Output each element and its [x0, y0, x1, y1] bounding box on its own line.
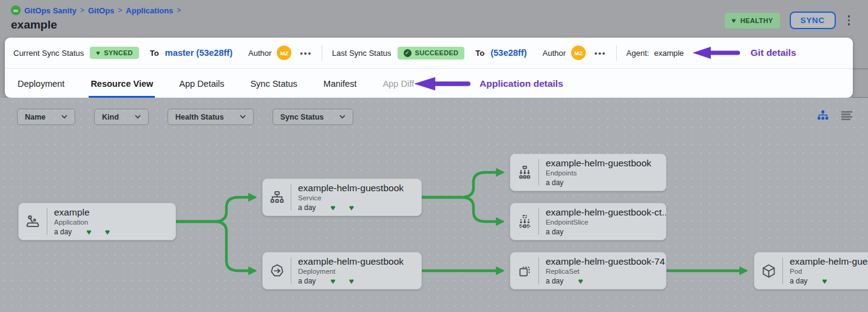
- kind-filter-dropdown[interactable]: Kind: [94, 109, 149, 125]
- node-age: a day: [298, 277, 316, 285]
- resource-node-pod[interactable]: example-helm-guest Pod a day ♥: [754, 252, 868, 290]
- resource-node-application[interactable]: example Application a day ♥♥: [18, 203, 176, 240]
- chevron-down-icon: [135, 115, 141, 119]
- application-icon: [19, 213, 47, 230]
- heart-icon: ♥: [330, 205, 335, 211]
- breadcrumb: ∞ GitOps Sanity > GitOps > Applications …: [11, 5, 181, 15]
- heart-icon: ♥: [96, 49, 100, 56]
- current-sync-target-link[interactable]: master (53e28ff): [165, 48, 232, 58]
- divider: [322, 45, 322, 61]
- health-hearts: ♥♥: [330, 205, 354, 211]
- node-name: example-helm-guestbook: [298, 183, 404, 194]
- node-kind: Pod: [790, 268, 868, 275]
- list-view-icon[interactable]: [841, 111, 852, 120]
- last-sync-status-label: Last Sync Status: [332, 49, 392, 58]
- endpointslice-icon: [510, 214, 538, 230]
- node-kind: Endpoints: [546, 169, 651, 177]
- health-status-badge: ♥ HEALTHY: [725, 13, 779, 29]
- tab-app-details[interactable]: App Details: [177, 69, 226, 98]
- node-kind: ReplicaSet: [546, 268, 660, 275]
- tab-deployment[interactable]: Deployment: [16, 69, 66, 98]
- tab-manifest[interactable]: Manifest: [322, 69, 359, 98]
- sync-button[interactable]: SYNC: [790, 12, 836, 29]
- agent-value: example: [654, 49, 683, 58]
- author-avatar: MZ: [571, 46, 586, 60]
- heart-icon: ♥: [578, 278, 583, 284]
- tree-view-icon[interactable]: [817, 110, 829, 121]
- chevron-down-icon: [339, 115, 345, 119]
- node-age: a day: [546, 178, 563, 187]
- resource-node-service[interactable]: example-helm-guestbook Service a day ♥♥: [262, 178, 422, 216]
- heart-icon: ♥: [330, 278, 335, 284]
- author-label: Author: [543, 49, 566, 58]
- node-name: example-helm-guestbook-ct...: [546, 207, 660, 218]
- chevron-down-icon: [61, 115, 67, 119]
- health-hearts: ♥♥: [330, 278, 354, 284]
- heart-icon: ♥: [349, 205, 354, 211]
- node-kind: Service: [298, 194, 404, 202]
- heart-icon: ♥: [86, 229, 91, 235]
- tab-app-diff[interactable]: App Diff: [381, 69, 416, 98]
- node-name: example-helm-guestbook: [298, 256, 404, 267]
- breadcrumb-separator: >: [118, 6, 122, 15]
- git-details-annotation: Git details: [691, 46, 796, 60]
- breadcrumb-gitops-sanity[interactable]: GitOps Sanity: [24, 6, 76, 15]
- node-kind: Application: [54, 219, 110, 226]
- view-toggle-group: [817, 110, 852, 121]
- node-name: example-helm-guest: [790, 256, 868, 267]
- heart-icon: ♥: [822, 278, 827, 284]
- chevron-down-icon: [240, 115, 246, 119]
- synced-badge: ♥ SYNCED: [90, 47, 139, 59]
- name-filter-dropdown[interactable]: Name: [17, 109, 75, 125]
- author-label: Author: [248, 49, 271, 58]
- commit-details-more-button[interactable]: •••: [594, 49, 606, 58]
- tab-resource-view[interactable]: Resource View: [89, 69, 155, 98]
- last-sync-target-link[interactable]: (53e28ff): [490, 48, 527, 58]
- current-sync-status-label: Current Sync Status: [13, 49, 84, 58]
- gitops-logo-icon: ∞: [11, 5, 21, 15]
- succeeded-badge: ✓ SUCCEEDED: [398, 47, 465, 59]
- heart-icon: ♥: [349, 278, 354, 284]
- more-options-kebab-icon[interactable]: [846, 14, 853, 27]
- breadcrumb-gitops[interactable]: GitOps: [88, 6, 114, 15]
- node-age: a day: [790, 277, 807, 285]
- sync-status-filter-dropdown[interactable]: Sync Status: [273, 109, 354, 125]
- commit-details-more-button[interactable]: •••: [300, 49, 312, 58]
- tab-sync-status[interactable]: Sync Status: [248, 69, 299, 98]
- heart-icon: ♥: [105, 229, 110, 235]
- sync-status-bar: Current Sync Status ♥ SYNCED To master (…: [5, 38, 853, 69]
- resource-node-replicaset[interactable]: example-helm-guestbook-74... ReplicaSet …: [510, 252, 666, 290]
- resource-node-endpoints[interactable]: example-helm-guestbook Endpoints a day: [510, 154, 666, 191]
- deployment-icon: [263, 263, 291, 279]
- resource-node-deployment[interactable]: example-helm-guestbook Deployment a day …: [262, 252, 422, 290]
- breadcrumb-separator: >: [177, 6, 181, 15]
- node-age: a day: [298, 203, 316, 212]
- resource-tree-canvas[interactable]: Name Kind Health Status Sync Status: [0, 98, 868, 312]
- endpoints-icon: [510, 164, 538, 181]
- health-status-filter-dropdown[interactable]: Health Status: [168, 109, 254, 125]
- health-hearts: ♥: [578, 278, 583, 284]
- node-age: a day: [546, 228, 563, 236]
- author-avatar: MZ: [277, 46, 291, 60]
- service-icon: [263, 189, 291, 206]
- breadcrumb-applications[interactable]: Applications: [126, 6, 173, 15]
- health-hearts: ♥♥: [86, 229, 110, 235]
- check-circle-icon: ✓: [404, 49, 412, 57]
- health-hearts: ♥: [822, 278, 827, 284]
- app-summary-card: Current Sync Status ♥ SYNCED To master (…: [5, 38, 853, 98]
- header: ∞ GitOps Sanity > GitOps > Applications …: [0, 0, 868, 38]
- node-kind: Deployment: [298, 268, 404, 275]
- to-label: To: [150, 49, 159, 58]
- left-arrow-icon: [413, 76, 471, 92]
- replicaset-icon: [510, 263, 538, 279]
- application-details-annotation: Application details: [413, 69, 563, 98]
- divider: [616, 45, 617, 61]
- to-label: To: [475, 49, 484, 58]
- agent-label: Agent:: [626, 49, 649, 58]
- pod-icon: [754, 263, 782, 279]
- node-kind: EndpointSlice: [546, 219, 660, 226]
- node-age: a day: [546, 277, 563, 285]
- page-title: example: [11, 18, 57, 32]
- heart-icon: ♥: [731, 16, 736, 25]
- resource-node-endpointslice[interactable]: example-helm-guestbook-ct... EndpointSli…: [510, 203, 666, 240]
